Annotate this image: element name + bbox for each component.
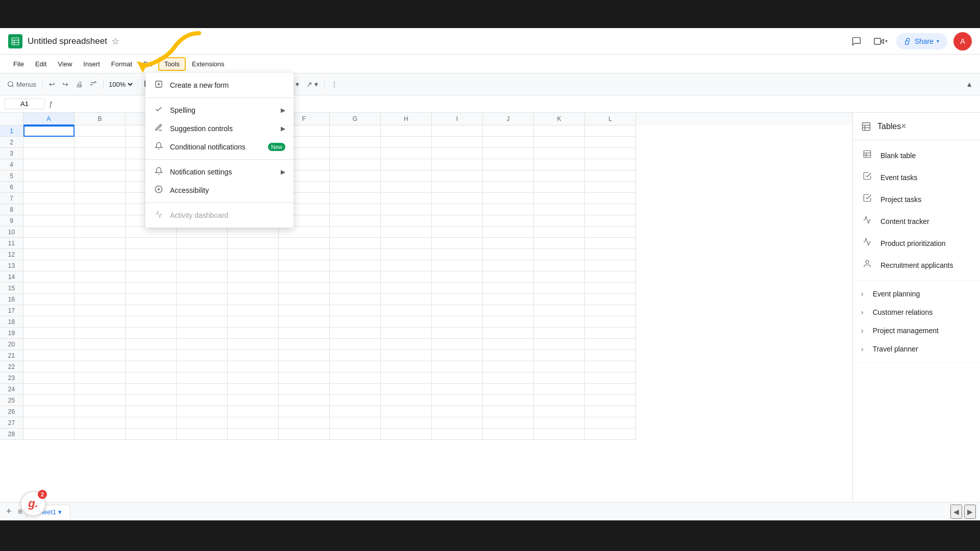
row-header-19[interactable]: 19	[0, 328, 23, 339]
cell-C25[interactable]	[126, 395, 177, 406]
cell-J20[interactable]	[483, 339, 534, 350]
cell-C11[interactable]	[126, 238, 177, 249]
cell-I20[interactable]	[432, 339, 483, 350]
cell-G10[interactable]	[330, 227, 381, 238]
cell-G4[interactable]	[330, 159, 381, 170]
cell-I27[interactable]	[432, 417, 483, 429]
cell-B19[interactable]	[75, 328, 126, 339]
cell-A26[interactable]	[23, 406, 75, 417]
cell-J18[interactable]	[483, 316, 534, 328]
row-header-28[interactable]: 28	[0, 429, 23, 440]
scroll-left-btn[interactable]: ◀	[950, 505, 962, 519]
cell-I16[interactable]	[432, 294, 483, 305]
cell-D25[interactable]	[177, 395, 228, 406]
cell-F10[interactable]	[279, 227, 330, 238]
cell-J9[interactable]	[483, 215, 534, 227]
menu-file[interactable]: File	[8, 58, 29, 70]
cell-B5[interactable]	[75, 170, 126, 182]
cell-D22[interactable]	[177, 361, 228, 372]
user-avatar[interactable]: A	[953, 32, 972, 51]
panel-item-product-prioritization[interactable]: Product prioritization	[853, 232, 980, 254]
cell-K17[interactable]	[534, 305, 585, 316]
cell-G27[interactable]	[330, 417, 381, 429]
cell-H10[interactable]	[381, 227, 432, 238]
cell-E21[interactable]	[228, 350, 279, 361]
cell-L14[interactable]	[585, 271, 636, 283]
cell-K22[interactable]	[534, 361, 585, 372]
cell-B11[interactable]	[75, 238, 126, 249]
panel-item-content-tracker[interactable]: Content tracker	[853, 210, 980, 232]
cell-G22[interactable]	[330, 361, 381, 372]
cell-I13[interactable]	[432, 260, 483, 271]
cell-L19[interactable]	[585, 328, 636, 339]
cell-J3[interactable]	[483, 148, 534, 159]
cell-E15[interactable]	[228, 283, 279, 294]
cell-G6[interactable]	[330, 182, 381, 193]
cell-A6[interactable]	[23, 182, 75, 193]
cell-A27[interactable]	[23, 417, 75, 429]
cell-K7[interactable]	[534, 193, 585, 204]
cell-G12[interactable]	[330, 249, 381, 260]
cell-K15[interactable]	[534, 283, 585, 294]
cell-D21[interactable]	[177, 350, 228, 361]
cell-J4[interactable]	[483, 159, 534, 170]
menu-insert[interactable]: Insert	[78, 58, 105, 70]
menu-format[interactable]: Format	[106, 58, 137, 70]
cell-L7[interactable]	[585, 193, 636, 204]
cell-E10[interactable]	[228, 227, 279, 238]
cell-I24[interactable]	[432, 384, 483, 395]
row-header-14[interactable]: 14	[0, 271, 23, 283]
cell-L24[interactable]	[585, 384, 636, 395]
cell-F12[interactable]	[279, 249, 330, 260]
cell-H4[interactable]	[381, 159, 432, 170]
cell-L10[interactable]	[585, 227, 636, 238]
row-header-7[interactable]: 7	[0, 193, 23, 204]
cell-A1[interactable]	[23, 126, 75, 137]
cell-G26[interactable]	[330, 406, 381, 417]
panel-travel-planner[interactable]: › Travel planner	[853, 340, 980, 358]
cell-J8[interactable]	[483, 204, 534, 215]
cell-E17[interactable]	[228, 305, 279, 316]
cell-I19[interactable]	[432, 328, 483, 339]
cell-J25[interactable]	[483, 395, 534, 406]
cell-J2[interactable]	[483, 137, 534, 148]
cell-F19[interactable]	[279, 328, 330, 339]
cell-L26[interactable]	[585, 406, 636, 417]
cell-D10[interactable]	[177, 227, 228, 238]
cell-H6[interactable]	[381, 182, 432, 193]
cell-A9[interactable]	[23, 215, 75, 227]
cell-K16[interactable]	[534, 294, 585, 305]
row-header-12[interactable]: 12	[0, 249, 23, 260]
cell-F28[interactable]	[279, 429, 330, 440]
cell-D15[interactable]	[177, 283, 228, 294]
cell-A12[interactable]	[23, 249, 75, 260]
cell-C18[interactable]	[126, 316, 177, 328]
cell-H16[interactable]	[381, 294, 432, 305]
cell-A23[interactable]	[23, 372, 75, 384]
cell-G18[interactable]	[330, 316, 381, 328]
cell-I15[interactable]	[432, 283, 483, 294]
cell-C28[interactable]	[126, 429, 177, 440]
cell-H8[interactable]	[381, 204, 432, 215]
cell-A19[interactable]	[23, 328, 75, 339]
col-header-b[interactable]: B	[75, 113, 126, 126]
row-header-5[interactable]: 5	[0, 170, 23, 182]
cell-H25[interactable]	[381, 395, 432, 406]
cell-F11[interactable]	[279, 238, 330, 249]
cell-K8[interactable]	[534, 204, 585, 215]
cell-I18[interactable]	[432, 316, 483, 328]
cell-A3[interactable]	[23, 148, 75, 159]
more-btn[interactable]: ⋮	[328, 78, 341, 90]
cell-L5[interactable]	[585, 170, 636, 182]
cell-B6[interactable]	[75, 182, 126, 193]
cell-I23[interactable]	[432, 372, 483, 384]
cell-J26[interactable]	[483, 406, 534, 417]
cell-F14[interactable]	[279, 271, 330, 283]
cell-H11[interactable]	[381, 238, 432, 249]
cell-L21[interactable]	[585, 350, 636, 361]
cell-C19[interactable]	[126, 328, 177, 339]
row-header-15[interactable]: 15	[0, 283, 23, 294]
cell-I4[interactable]	[432, 159, 483, 170]
cell-J10[interactable]	[483, 227, 534, 238]
cell-C15[interactable]	[126, 283, 177, 294]
